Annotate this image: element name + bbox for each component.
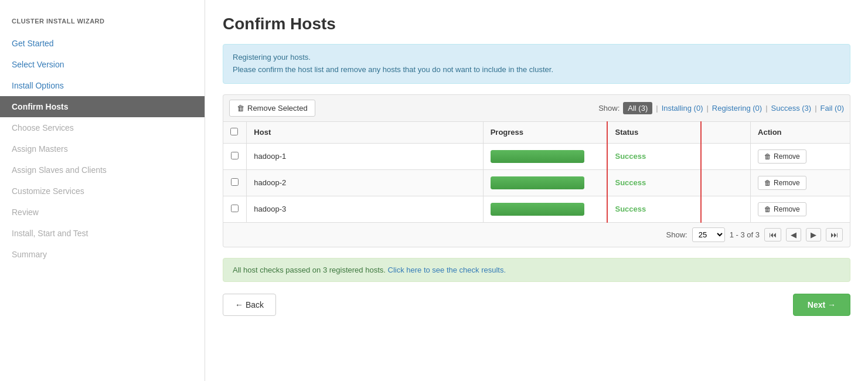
row2-spacer xyxy=(701,169,751,196)
row2-remove-button[interactable]: 🗑 Remove xyxy=(758,176,806,190)
sidebar-item-summary: Summary xyxy=(0,244,205,265)
row2-host: hadoop-2 xyxy=(247,169,483,196)
hosts-table: Host Progress Status Action hadoop-1 xyxy=(223,121,850,223)
row1-status: Success xyxy=(615,152,646,161)
row2-progress-fill xyxy=(491,176,584,189)
row1-progress-cell xyxy=(483,143,607,169)
last-page-button[interactable]: ⏭ xyxy=(826,228,843,241)
row1-remove-label: Remove xyxy=(774,152,800,161)
col-header-host: Host xyxy=(247,121,483,143)
page-title: Confirm Hosts xyxy=(223,15,850,33)
select-all-checkbox[interactable] xyxy=(230,128,238,135)
row3-progress-bar xyxy=(491,203,584,216)
check-results-link[interactable]: Click here to see the check results. xyxy=(388,266,506,274)
sidebar-item-assign-masters: Assign Masters xyxy=(0,138,205,159)
row2-status: Success xyxy=(615,178,646,187)
row3-trash-icon: 🗑 xyxy=(764,205,771,213)
info-line2: Please confirm the host list and remove … xyxy=(233,64,840,76)
sidebar-item-review: Review xyxy=(0,202,205,223)
table-row: hadoop-1 Success 🗑 Remove xyxy=(223,143,850,169)
row1-progress-bar xyxy=(491,150,584,163)
row3-progress-fill xyxy=(491,203,584,216)
col-header-action: Action xyxy=(751,121,850,143)
filter-fail[interactable]: Fail (0) xyxy=(821,104,844,113)
col-header-spacer xyxy=(701,121,751,143)
col-header-checkbox xyxy=(223,121,247,143)
sidebar-item-confirm-hosts[interactable]: Confirm Hosts xyxy=(0,96,205,117)
remove-selected-button[interactable]: 🗑 Remove Selected xyxy=(229,100,315,117)
row2-checkbox[interactable] xyxy=(231,178,239,186)
row2-status-cell: Success xyxy=(607,169,700,196)
row1-spacer xyxy=(701,143,751,169)
row2-progress-bar xyxy=(491,176,584,189)
prev-page-button[interactable]: ◀ xyxy=(786,228,801,241)
sidebar: CLUSTER INSTALL WIZARD Get Started Selec… xyxy=(0,0,205,381)
row3-remove-button[interactable]: 🗑 Remove xyxy=(758,202,806,216)
table-toolbar: 🗑 Remove Selected Show: All (3) | Instal… xyxy=(223,94,850,121)
row2-remove-label: Remove xyxy=(774,179,800,187)
row2-trash-icon: 🗑 xyxy=(764,179,771,187)
row3-checkbox-cell xyxy=(223,196,247,222)
row3-spacer xyxy=(701,196,751,222)
filter-installing[interactable]: Installing (0) xyxy=(662,104,703,113)
filter-all[interactable]: All (3) xyxy=(623,102,652,114)
row1-action-cell: 🗑 Remove xyxy=(751,143,850,169)
success-message-box: All host checks passed on 3 registered h… xyxy=(223,258,850,282)
pagination-show-label: Show: xyxy=(666,230,687,239)
row3-remove-label: Remove xyxy=(774,205,800,213)
col-header-progress: Progress xyxy=(483,121,607,143)
row2-action-cell: 🗑 Remove xyxy=(751,169,850,196)
show-label: Show: xyxy=(598,104,619,113)
col-header-status: Status xyxy=(607,121,700,143)
trash-icon: 🗑 xyxy=(237,104,244,113)
sidebar-item-assign-slaves: Assign Slaves and Clients xyxy=(0,159,205,181)
row1-checkbox[interactable] xyxy=(231,152,239,159)
success-text: All host checks passed on 3 registered h… xyxy=(233,266,386,274)
sidebar-item-choose-services: Choose Services xyxy=(0,117,205,138)
row3-status-cell: Success xyxy=(607,196,700,222)
wizard-title: CLUSTER INSTALL WIZARD xyxy=(0,12,205,33)
next-page-button[interactable]: ▶ xyxy=(806,228,821,241)
sidebar-item-install-options[interactable]: Install Options xyxy=(0,75,205,96)
table-row: hadoop-3 Success 🗑 Remove xyxy=(223,196,850,222)
first-page-button[interactable]: ⏮ xyxy=(764,228,781,241)
page-range: 1 - 3 of 3 xyxy=(730,230,760,239)
sidebar-item-get-started[interactable]: Get Started xyxy=(0,33,205,54)
sidebar-item-install-start-test: Install, Start and Test xyxy=(0,223,205,244)
table-row: hadoop-2 Success 🗑 Remove xyxy=(223,169,850,196)
bottom-navigation: ← Back Next → xyxy=(223,294,850,316)
row1-remove-button[interactable]: 🗑 Remove xyxy=(758,149,806,164)
row1-status-cell: Success xyxy=(607,143,700,169)
table-footer: Show: 10 25 50 100 1 - 3 of 3 ⏮ ◀ ▶ ⏭ xyxy=(223,223,850,247)
info-box: Registering your hosts. Please confirm t… xyxy=(223,44,850,84)
row3-action-cell: 🗑 Remove xyxy=(751,196,850,222)
per-page-select[interactable]: 10 25 50 100 xyxy=(692,227,725,242)
row3-host: hadoop-3 xyxy=(247,196,483,222)
info-line1: Registering your hosts. xyxy=(233,52,840,64)
filter-bar: Show: All (3) | Installing (0) | Registe… xyxy=(598,102,844,114)
row3-checkbox[interactable] xyxy=(231,205,239,212)
row3-status: Success xyxy=(615,205,646,213)
row1-progress-fill xyxy=(491,150,584,163)
sidebar-item-select-version[interactable]: Select Version xyxy=(0,54,205,75)
sidebar-item-customize-services: Customize Services xyxy=(0,181,205,202)
remove-selected-label: Remove Selected xyxy=(247,104,308,113)
filter-registering[interactable]: Registering (0) xyxy=(712,104,762,113)
next-button[interactable]: Next → xyxy=(793,294,850,316)
back-button[interactable]: ← Back xyxy=(223,294,276,316)
row1-trash-icon: 🗑 xyxy=(764,152,771,161)
main-content: Confirm Hosts Registering your hosts. Pl… xyxy=(205,0,868,381)
row1-checkbox-cell xyxy=(223,143,247,169)
row3-progress-cell xyxy=(483,196,607,222)
filter-success[interactable]: Success (3) xyxy=(771,104,812,113)
row2-progress-cell xyxy=(483,169,607,196)
row2-checkbox-cell xyxy=(223,169,247,196)
row1-host: hadoop-1 xyxy=(247,143,483,169)
